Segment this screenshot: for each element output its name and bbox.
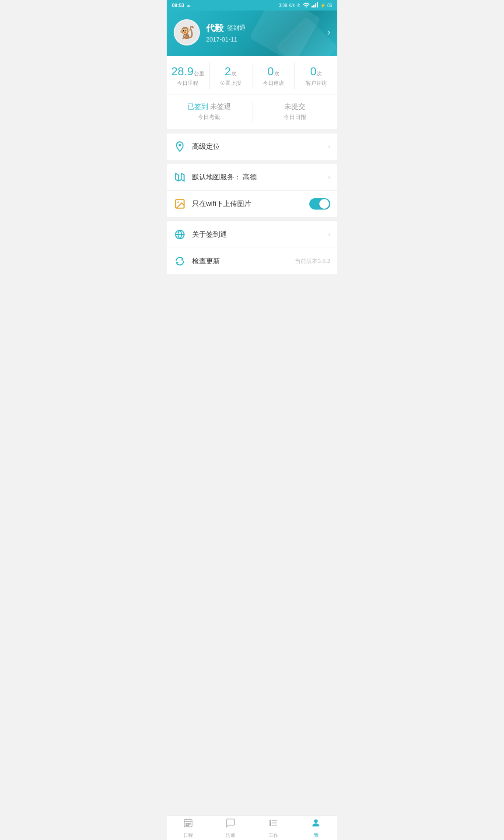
battery-level: 86 [327,3,332,8]
map-icon [174,171,186,183]
stat-label: 今日巡店 [256,80,291,87]
image-upload-icon [174,198,186,210]
menu-section-location: 高级定位 › [167,133,337,160]
menu-section-settings: 默认地图服务： 高德 › 只在wifi下上传图片 [167,164,337,217]
chevron-icon: › [328,231,330,238]
menu-item-update[interactable]: 检查更新 当前版本3.8.2 [167,248,337,274]
wifi-icon [303,2,310,8]
status-bar: 09:53 ∞ 3.89 K/s ⏱ ⚡ 86 [167,0,337,10]
stat-label: 位置上报 [213,80,248,87]
main-content: 🐒 代毅 签到通 2017-01-11 › 28.9 公里 今日里程 [167,10,337,299]
section-divider-1 [167,129,337,133]
stat-distance: 28.9 公里 今日里程 [167,63,210,89]
menu-label-update: 检查更新 [192,257,220,266]
wifi-upload-toggle[interactable] [309,198,330,210]
stat-label: 客户拜访 [298,80,334,87]
stat-number: 0 [267,65,273,78]
attendance-section: 已签到 未签退 今日考勤 未提交 今日日报 [167,94,337,129]
signed-status: 已签到 [187,102,208,112]
report-unsigned-status: 未提交 [284,102,305,112]
menu-item-left: 关于签到通 [174,228,227,241]
stat-label: 今日里程 [170,80,206,87]
stat-value: 2 次 [213,65,248,78]
section-divider-2 [167,160,337,164]
unsigned-status: 未签退 [210,102,231,112]
svg-rect-0 [312,6,313,7]
menu-item-left: 只在wifi下上传图片 [174,198,251,210]
svg-point-4 [178,144,181,146]
stat-unit: 次 [274,70,280,77]
stat-number: 28.9 [172,65,194,78]
attendance-report[interactable]: 未提交 今日日报 [252,101,338,123]
status-left: 09:53 ∞ [172,2,190,9]
refresh-icon [174,255,186,267]
svg-rect-2 [315,4,316,7]
stat-value: 28.9 公里 [170,65,206,78]
header-info: 代毅 签到通 2017-01-11 [206,22,245,43]
header-date: 2017-01-11 [206,36,245,43]
attendance-label: 今日日报 [256,113,334,121]
stat-unit: 公里 [194,70,204,77]
infinity-icon: ∞ [186,2,190,9]
menu-item-wifi-upload[interactable]: 只在wifi下上传图片 [167,191,337,217]
header-app-name: 签到通 [227,24,245,32]
menu-item-about[interactable]: 关于签到通 › [167,221,337,248]
stat-value: 0 次 [256,65,291,78]
menu-item-map[interactable]: 默认地图服务： 高德 › [167,164,337,191]
status-right: 3.89 K/s ⏱ ⚡ 86 [279,2,332,8]
stat-value: 0 次 [298,65,334,78]
menu-item-left: 默认地图服务： 高德 [174,171,257,183]
menu-section-about: 关于签到通 › 检查更新 当前版本3.8.2 [167,221,337,274]
stat-reports: 2 次 位置上报 [210,63,252,89]
stat-number: 0 [310,65,316,78]
section-divider-3 [167,217,337,221]
header-chevron-icon[interactable]: › [327,27,330,38]
header-left: 🐒 代毅 签到通 2017-01-11 [174,19,245,46]
svg-rect-1 [313,5,315,7]
attendance-status: 已签到 未签退 [170,102,248,112]
stat-unit: 次 [231,70,237,77]
menu-item-left: 检查更新 [174,255,220,267]
svg-rect-3 [317,2,318,7]
stat-number: 2 [224,65,231,78]
attendance-status: 未提交 [256,102,334,112]
menu-label-about: 关于签到通 [192,230,227,239]
charging-icon: ⚡ [320,3,326,8]
signal-icon [312,2,318,8]
header-name: 代毅 签到通 [206,22,245,34]
menu-label-wifi-upload: 只在wifi下上传图片 [192,200,251,209]
avatar: 🐒 [174,19,200,46]
chevron-icon: › [328,173,330,181]
stat-visits-shop: 0 次 今日巡店 [252,63,295,89]
menu-label-location: 高级定位 [192,142,220,151]
menu-label-map: 默认地图服务： 高德 [192,173,257,182]
svg-point-6 [178,202,179,203]
toggle-knob [319,199,329,209]
stats-section: 28.9 公里 今日里程 2 次 位置上报 0 次 今日巡店 [167,56,337,94]
status-time: 09:53 [172,3,184,8]
version-text: 当前版本3.8.2 [295,257,330,265]
menu-item-location[interactable]: 高级定位 › [167,133,337,160]
menu-item-left: 高级定位 [174,140,220,153]
attendance-checkin[interactable]: 已签到 未签退 今日考勤 [167,101,252,123]
network-speed: 3.89 K/s [279,3,295,8]
attendance-label: 今日考勤 [170,113,248,121]
clock-icon: ⏱ [297,3,301,8]
globe-icon [174,228,186,241]
stat-unit: 次 [317,70,322,77]
profile-header[interactable]: 🐒 代毅 签到通 2017-01-11 › [167,10,337,56]
location-icon [174,140,186,153]
stat-customer-visits: 0 次 客户拜访 [295,63,337,89]
chevron-icon: › [328,143,330,150]
stats-row: 28.9 公里 今日里程 2 次 位置上报 0 次 今日巡店 [167,63,337,89]
